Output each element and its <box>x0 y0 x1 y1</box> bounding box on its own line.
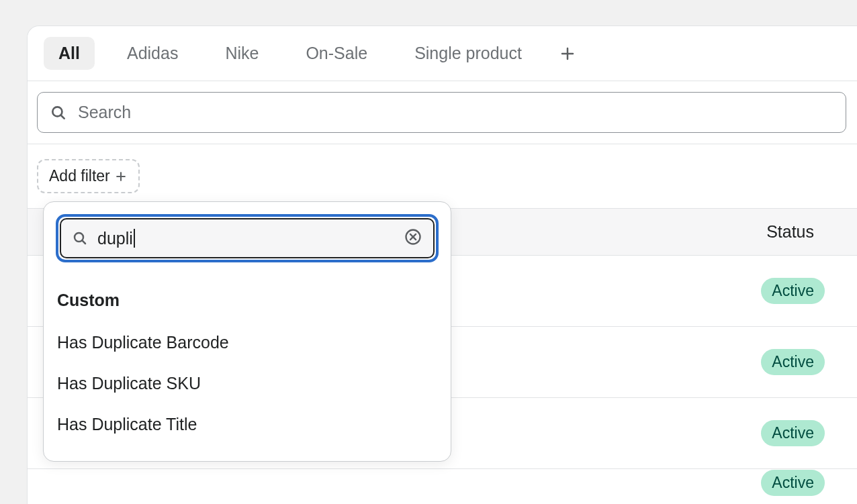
add-filter-label: Add filter <box>49 167 110 185</box>
search-box[interactable] <box>37 92 846 133</box>
status-badge: Active <box>761 470 825 496</box>
tab-all[interactable]: All <box>44 37 95 70</box>
clear-icon <box>404 228 422 246</box>
clear-search-button[interactable] <box>404 228 422 249</box>
column-header-status[interactable]: Status <box>766 222 814 242</box>
search-icon <box>72 230 88 246</box>
tab-single-product[interactable]: Single product <box>400 37 537 70</box>
search-icon <box>50 104 67 121</box>
filter-option-has-duplicate-barcode[interactable]: Has Duplicate Barcode <box>44 322 451 363</box>
add-filter-button[interactable]: Add filter <box>37 159 140 193</box>
filter-search-box[interactable]: dupli <box>60 218 435 258</box>
status-badge: Active <box>761 278 825 304</box>
status-badge: Active <box>761 420 825 446</box>
search-input[interactable] <box>77 102 833 123</box>
plus-icon <box>114 170 128 183</box>
filter-popover: dupli Custom Has Duplicate Barcode Has D… <box>43 201 451 462</box>
filter-row: Add filter <box>28 144 857 208</box>
filter-search-focus-ring: dupli <box>56 214 439 262</box>
filter-option-has-duplicate-title[interactable]: Has Duplicate Title <box>44 404 451 445</box>
filter-search-value: dupli <box>97 229 133 248</box>
svg-line-3 <box>60 115 64 118</box>
filter-option-has-duplicate-sku[interactable]: Has Duplicate SKU <box>44 363 451 404</box>
filter-search-input[interactable]: dupli <box>97 229 394 248</box>
add-tab-button[interactable] <box>554 40 581 67</box>
filter-group-title: Custom <box>44 283 451 322</box>
plus-icon <box>559 46 576 62</box>
svg-line-7 <box>82 240 85 244</box>
table-row[interactable]: Active <box>28 469 857 496</box>
tab-nike[interactable]: Nike <box>210 37 273 70</box>
tab-adidas[interactable]: Adidas <box>112 37 193 70</box>
search-row <box>28 81 857 144</box>
tab-on-sale[interactable]: On-Sale <box>291 37 382 70</box>
status-badge: Active <box>761 349 825 375</box>
tabs-row: All Adidas Nike On-Sale Single product <box>28 26 857 81</box>
text-caret <box>134 229 135 248</box>
